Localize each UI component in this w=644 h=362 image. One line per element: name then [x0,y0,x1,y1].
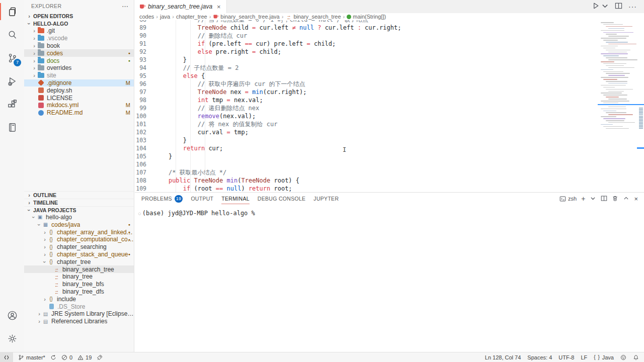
java-project-item-chapter-tree[interactable]: ›{}chapter_tree [24,258,134,265]
git-status-badge: ● [128,59,130,62]
run-dropdown-chevron-icon[interactable] [601,2,609,12]
status-encoding[interactable]: UTF-8 [558,352,574,362]
bottom-panel: PROBLEMS19OUTPUTTERMINALDEBUG CONSOLEJUP… [135,192,644,352]
code-line-91: 91 if (pre.left == cur) pre.left = child… [135,40,644,48]
editor-more-actions-button[interactable]: ··· [628,3,637,11]
explorer-sidebar: EXPLORER ⋯ ›OPEN EDITORS ›HELLO-ALGO ›.g… [24,0,134,352]
section-timeline[interactable]: ›TIMELINE [24,199,134,206]
maximize-panel-button[interactable] [623,195,629,203]
sidebar-more-actions[interactable]: ⋯ [122,3,129,10]
line-number: 94 [135,64,154,72]
status-warnings[interactable]: 19 [77,352,92,362]
status-indentation[interactable]: Spaces: 4 [527,352,552,362]
braces-icon: { } [594,354,600,360]
line-number: 100 [135,112,154,120]
java-project-item-referenced-libraries[interactable]: ›▤Referenced Libraries [24,318,134,325]
breadcrumb-item[interactable]: main(String[]) [347,14,386,20]
java-project-item-jre-system-library-eclipse-temurin-17-17-[interactable]: ›▤JRE System Library [Eclipse Temurin 17… [24,310,134,318]
explorer-item-codes[interactable]: ›codes● [24,49,134,57]
breadcrumb-item[interactable]: codes [139,14,154,20]
status-java-launch[interactable] [97,352,103,362]
class-icon: →← [53,267,60,272]
breadcrumb-item[interactable]: java [160,14,170,20]
status-eol[interactable]: LF [581,352,587,362]
run-debug-icon[interactable] [0,69,24,93]
status-errors[interactable]: 0 [61,352,72,362]
run-java-button[interactable] [592,2,600,12]
breadcrumb-item[interactable]: chapter_tree [176,14,207,20]
explorer-item-readme-md[interactable]: ›README.mdM [24,109,134,117]
code-line-90: 90 // 删除结点 cur [135,32,644,40]
panel-tab-terminal[interactable]: TERMINAL [221,193,250,205]
panel-tab-jupyter[interactable]: JUPYTER [313,193,339,205]
explorer-item--vscode[interactable]: ›.vscode [24,35,134,42]
explorer-icon[interactable] [0,0,24,23]
java-project-item-chapter-array-and-linkedlist[interactable]: ›{}chapter_array_and_linkedlist● [24,228,134,236]
java-project-item-binary-tree-dfs[interactable]: ›→←binary_tree_dfs [24,288,134,296]
status-remote-indicator[interactable] [0,352,13,362]
explorer-item-mkdocs-yml[interactable]: ›mkdocs.ymlM [24,102,134,109]
section-hello-algo[interactable]: ›HELLO-ALGO [24,20,134,27]
status-notifications-bell[interactable] [633,352,639,362]
java-project-item-chapter-computational-complexity[interactable]: ›{}chapter_computational_complexity● [24,236,134,243]
explorer-item-site[interactable]: ›site [24,72,134,79]
new-terminal-button[interactable]: + [581,195,585,203]
terminal-dropdown-chevron-icon[interactable] [590,195,596,203]
file-icon [38,87,44,93]
class-icon: →← [285,14,292,19]
search-icon[interactable] [0,23,24,46]
account-icon[interactable] [0,304,24,327]
explorer-item--git[interactable]: ›.git [24,27,134,35]
panel-tab-output[interactable]: OUTPUT [191,193,213,205]
notebook-icon[interactable] [0,116,24,139]
terminal-prompt: (base) jyd@JYD-MBP hello-algo % [142,210,255,217]
java-project-item-chapter-searching[interactable]: ›{}chapter_searching [24,243,134,251]
panel-tab-debug-console[interactable]: DEBUG CONSOLE [258,193,306,205]
breadcrumb-item[interactable]: →←binary_search_tree [285,14,341,20]
explorer-item-book[interactable]: ›book [24,42,134,50]
kill-terminal-button[interactable] [612,195,618,203]
java-project-item-include[interactable]: ›{}include [24,295,134,303]
java-project-item-hello-algo[interactable]: ›▣hello-algo [24,214,134,221]
settings-gear-icon[interactable] [0,327,24,350]
java-project-item-binary-tree[interactable]: ›→←binary_tree [24,273,134,281]
java-project-item-chapter-stack-and-queue[interactable]: ›{}chapter_stack_and_queue● [24,251,134,258]
java-project-item--ds-store[interactable]: ›.DS_Store [24,303,134,310]
close-panel-button[interactable]: × [634,195,638,203]
tab-binary-search-tree[interactable]: binary_search_tree.java × [135,0,227,13]
code-editor[interactable]: 88 // 当子结点数量 = 0 / 1 时，child = null / 该子… [135,20,644,192]
activity-bar: 7 [0,0,24,352]
symbol-icon: {} [48,251,54,257]
split-editor-button[interactable] [615,2,622,12]
explorer-item-deploy-sh[interactable]: ›deploy.sh [24,86,134,94]
java-project-item-binary-tree-bfs[interactable]: ›→←binary_tree_bfs [24,281,134,288]
extensions-icon[interactable] [0,93,24,116]
status-sync-status[interactable] [50,352,56,362]
explorer-item--gitignore[interactable]: ›.gitignoreM [24,79,134,87]
line-number: 101 [135,120,154,128]
section-open-editors[interactable]: ›OPEN EDITORS [24,12,134,20]
source-control-icon[interactable]: 7 [0,46,24,69]
git-status-badge: ● [128,223,130,226]
explorer-item-overrides[interactable]: ›overrides [24,64,134,72]
section-outline[interactable]: ›OUTLINE [24,191,134,199]
split-terminal-button[interactable] [601,195,607,203]
status-feedback[interactable] [620,352,626,362]
explorer-item-docs[interactable]: ›docs● [24,57,134,64]
line-number: 89 [135,24,154,32]
minimap[interactable] [599,20,637,136]
status-cursor-position[interactable]: Ln 128, Col 74 [485,352,521,362]
explorer-item-license[interactable]: ›LICENSE [24,94,134,102]
breadcrumb-separator: › [172,14,174,20]
terminal-shell-selector[interactable]: zsh [559,196,577,202]
class-icon: →← [53,274,60,279]
status-git-branch[interactable]: master* [18,352,45,362]
panel-tab-problems[interactable]: PROBLEMS19 [141,193,183,205]
status-language-mode[interactable]: { }Java [594,352,614,362]
java-project-item-codes-java[interactable]: ›▦codes/java● [24,221,134,228]
breadcrumb-item[interactable]: binary_search_tree.java [213,14,279,20]
tab-close-icon[interactable]: × [216,3,222,11]
java-project-item-binary-search-tree[interactable]: ›→←binary_search_tree [24,265,134,273]
section-java-projects[interactable]: ›JAVA PROJECTS [24,206,134,214]
terminal-output[interactable]: ○ (base) jyd@JYD-MBP hello-algo % [135,205,644,217]
